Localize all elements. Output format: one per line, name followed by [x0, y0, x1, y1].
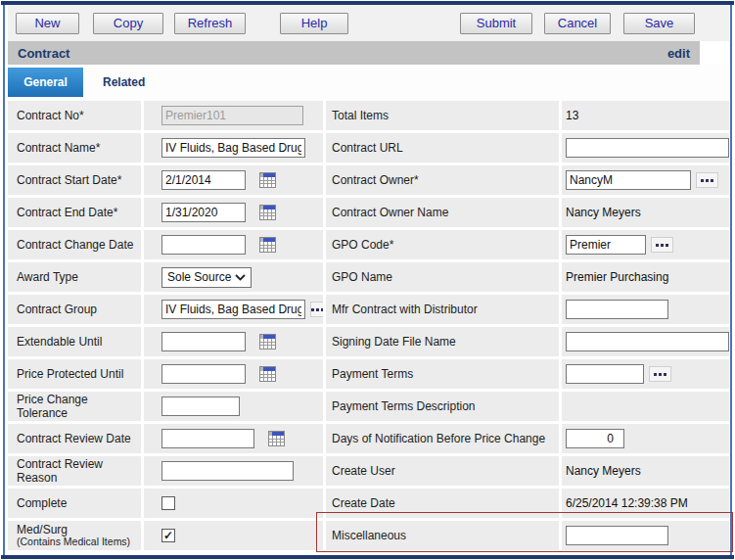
- field-contract-review-reason: [144, 456, 323, 486]
- label-contract-change-date: Contract Change Date: [8, 230, 141, 259]
- field-contract-url: [562, 133, 729, 163]
- create-user-value: Nancy Meyers: [566, 464, 641, 478]
- field-complete: [144, 489, 323, 518]
- med-surg-label-sub: (Contains Medical Items): [17, 536, 130, 547]
- calendar-icon[interactable]: [259, 366, 276, 382]
- cancel-button[interactable]: Cancel: [544, 13, 611, 34]
- contract-no-input: [161, 106, 303, 125]
- label-contract-end-date: Contract End Date*: [8, 198, 141, 227]
- contract-group-lookup-ellipsis-button[interactable]: [310, 302, 323, 317]
- field-contract-owner: [562, 165, 729, 195]
- gpo-code-lookup-ellipsis-button[interactable]: [651, 237, 673, 253]
- field-contract-end-date: [144, 198, 323, 227]
- signing-date-file-name-input[interactable]: [566, 332, 729, 351]
- calendar-icon[interactable]: [268, 431, 285, 446]
- label-total-items: Total Items: [326, 101, 559, 130]
- field-price-protected-until: [144, 359, 323, 389]
- window-border-right: [730, 5, 732, 555]
- gpo-code-input[interactable]: [566, 235, 646, 255]
- field-med-surg: [144, 521, 323, 550]
- field-contract-no: [144, 101, 323, 130]
- label-days-of-notification: Days of Notification Before Price Change: [326, 424, 559, 453]
- calendar-icon[interactable]: [259, 205, 276, 220]
- label-contract-review-date: Contract Review Date: [8, 424, 141, 453]
- contract-owner-lookup-ellipsis-button[interactable]: [696, 172, 718, 188]
- label-gpo-code: GPO Code*: [326, 230, 559, 259]
- edit-link[interactable]: edit: [667, 46, 690, 61]
- help-button[interactable]: Help: [280, 13, 348, 34]
- label-contract-name: Contract Name*: [8, 133, 141, 163]
- award-type-selected-value: Sole Source: [167, 270, 231, 284]
- field-total-items: 13: [562, 101, 729, 130]
- award-type-select[interactable]: Sole Source: [161, 267, 252, 288]
- contract-owner-name-value: Nancy Meyers: [566, 206, 641, 219]
- field-gpo-name: Premier Purchasing: [562, 262, 729, 292]
- tab-related[interactable]: Related: [83, 68, 164, 97]
- contract-name-input[interactable]: [161, 138, 305, 158]
- field-gpo-code: [562, 230, 729, 259]
- contract-url-input[interactable]: [566, 138, 729, 158]
- tab-bar: General Related: [8, 65, 729, 101]
- field-award-type: Sole Source: [144, 262, 323, 292]
- field-contract-name: [144, 133, 323, 163]
- price-change-tolerance-input[interactable]: [161, 397, 240, 416]
- save-button[interactable]: Save: [623, 13, 695, 34]
- payment-terms-input[interactable]: [566, 364, 644, 384]
- field-mfr-contract-with-distributor: [562, 295, 729, 324]
- label-award-type: Award Type: [8, 262, 141, 292]
- label-contract-start-date: Contract Start Date*: [8, 165, 141, 195]
- miscellaneous-input[interactable]: [566, 526, 668, 545]
- label-payment-terms: Payment Terms: [326, 359, 559, 389]
- new-button[interactable]: New: [16, 13, 79, 34]
- copy-button[interactable]: Copy: [93, 13, 163, 34]
- label-contract-no: Contract No*: [8, 101, 141, 130]
- payment-terms-lookup-ellipsis-button[interactable]: [649, 366, 671, 382]
- window-border-left: [3, 5, 5, 555]
- toolbar: New Copy Refresh Help Submit Cancel Save: [8, 5, 729, 41]
- tab-general[interactable]: General: [8, 68, 83, 97]
- contract-owner-input[interactable]: [566, 170, 691, 190]
- contract-start-date-input[interactable]: [161, 170, 246, 190]
- field-miscellaneous: [562, 521, 729, 550]
- contract-group-input[interactable]: [161, 300, 305, 319]
- label-miscellaneous: Miscellaneous: [326, 521, 559, 550]
- label-price-change-tolerance: Price Change Tolerance: [8, 392, 141, 421]
- days-of-notification-input[interactable]: [566, 429, 624, 448]
- label-payment-terms-description: Payment Terms Description: [326, 392, 559, 421]
- label-contract-owner: Contract Owner*: [326, 165, 559, 195]
- contract-change-date-input[interactable]: [161, 235, 246, 255]
- field-payment-terms-description: [562, 392, 729, 421]
- contract-review-date-input[interactable]: [161, 429, 254, 448]
- price-protected-until-input[interactable]: [161, 364, 246, 384]
- calendar-icon[interactable]: [259, 334, 276, 350]
- label-extendable-until: Extendable Until: [8, 327, 141, 356]
- window-border-bottom: [1, 555, 734, 559]
- field-contract-group: [144, 295, 323, 324]
- label-med-surg: Med/Surg (Contains Medical Items): [8, 521, 141, 550]
- extendable-until-input[interactable]: [161, 332, 246, 351]
- field-price-change-tolerance: [144, 392, 323, 421]
- contract-review-reason-input[interactable]: [161, 461, 294, 481]
- label-complete: Complete: [8, 489, 141, 518]
- calendar-icon[interactable]: [259, 172, 276, 188]
- label-contract-review-reason: Contract Review Reason: [8, 456, 141, 486]
- med-surg-checkbox[interactable]: [161, 529, 175, 542]
- total-items-value: 13: [566, 109, 578, 122]
- refresh-button[interactable]: Refresh: [174, 13, 246, 34]
- label-create-date: Create Date: [326, 489, 559, 518]
- mfr-contract-with-distributor-input[interactable]: [566, 300, 668, 319]
- contract-end-date-input[interactable]: [161, 203, 246, 222]
- window-content: New Copy Refresh Help Submit Cancel Save…: [8, 5, 729, 550]
- submit-button[interactable]: Submit: [460, 13, 532, 34]
- section-header: Contract edit: [8, 41, 700, 65]
- contract-window: New Copy Refresh Help Submit Cancel Save…: [0, 0, 735, 560]
- field-create-date: 6/25/2014 12:39:38 PM: [562, 489, 729, 518]
- contract-form: Contract No* Total Items 13 Contract Nam…: [8, 101, 729, 550]
- complete-checkbox[interactable]: [161, 496, 175, 510]
- field-signing-date-file-name: [562, 327, 729, 356]
- field-contract-owner-name: Nancy Meyers: [562, 198, 729, 227]
- label-contract-owner-name: Contract Owner Name: [326, 198, 559, 227]
- calendar-icon[interactable]: [259, 237, 276, 253]
- field-create-user: Nancy Meyers: [562, 456, 729, 486]
- gpo-name-value: Premier Purchasing: [566, 270, 668, 284]
